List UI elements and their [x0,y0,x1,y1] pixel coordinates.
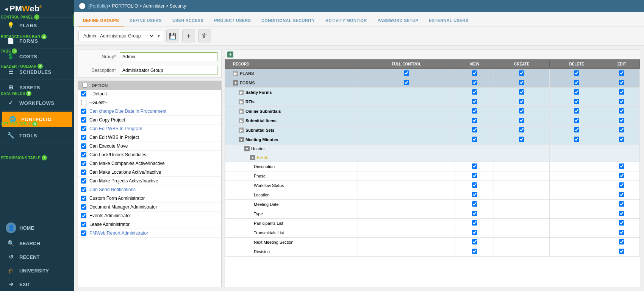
option-checkbox-1[interactable] [81,117,86,123]
expand-fields-icon[interactable]: ▼ [250,155,255,160]
option-checkbox-default[interactable] [81,91,86,96]
meeting-date-view-checkbox[interactable] [472,201,477,207]
submittal-sets-create-checkbox[interactable] [519,127,524,132]
sidebar-item-exit[interactable]: ➜ EXIT [0,277,74,291]
tab-external-users[interactable]: EXTERNAL USERS [424,15,474,26]
expand-forms-icon[interactable]: ▼ [233,80,238,86]
option-checkbox-guest[interactable] [81,100,86,105]
option-checkbox-6[interactable] [81,161,86,166]
expand-rfis-icon[interactable]: ▶ [239,99,244,104]
meeting-date-edit-checkbox[interactable] [619,201,624,207]
safety-edit-checkbox[interactable] [619,89,624,95]
sidebar-item-plans[interactable]: 💡 PLANS [0,18,74,33]
expand-submittal-sets-icon[interactable]: ▶ [239,128,244,133]
revision-view-checkbox[interactable] [472,249,477,254]
participants-list-view-checkbox[interactable] [472,220,477,226]
forms-delete-checkbox[interactable] [574,80,579,85]
option-checkbox-3[interactable] [81,135,86,140]
option-checkbox-7[interactable] [81,170,86,175]
forms-edit-checkbox[interactable] [619,80,624,85]
expand-plans-icon[interactable]: ▶ [233,71,238,76]
option-checkbox-5[interactable] [81,152,86,157]
expand-online-submittals-icon[interactable]: ▶ [239,109,244,114]
meeting-minutes-view-checkbox[interactable] [472,137,477,142]
sidebar-item-home[interactable]: 👤 HOME [0,219,74,237]
info-icon[interactable]: i [79,3,85,9]
plans-create-checkbox[interactable] [519,70,524,76]
submittal-items-edit-checkbox[interactable] [619,118,624,123]
sidebar-item-university[interactable]: 🎓 UNIVERSITY [0,264,74,277]
portfolio-breadcrumb-link[interactable]: (Portfolio) [88,3,108,9]
plans-view-checkbox[interactable] [472,70,477,76]
forms-create-checkbox[interactable] [519,80,524,85]
submittal-sets-edit-checkbox[interactable] [619,127,624,132]
tab-password-setup[interactable]: PASSWORD SETUP [372,15,424,26]
sidebar-item-workflows[interactable]: ✓ WORKFLOWS [0,95,74,111]
safety-delete-checkbox[interactable] [574,89,579,95]
next-meeting-view-checkbox[interactable] [472,239,477,244]
submittal-items-delete-checkbox[interactable] [574,118,579,123]
meeting-minutes-delete-checkbox[interactable] [574,137,579,142]
meeting-minutes-create-checkbox[interactable] [519,137,524,142]
plans-delete-checkbox[interactable] [574,70,579,76]
group-input[interactable] [120,52,217,61]
online-submittals-edit-checkbox[interactable] [619,108,624,114]
online-submittals-create-checkbox[interactable] [519,108,524,114]
option-checkbox-9[interactable] [81,187,86,192]
option-checkbox-13[interactable] [81,222,86,227]
option-checkbox-8[interactable] [81,178,86,184]
save-button[interactable]: 💾 [166,30,179,42]
sidebar-item-forms[interactable]: 📄 FORMS [0,33,74,49]
description-input[interactable] [120,66,217,75]
expand-submittal-items-icon[interactable]: ▶ [239,118,244,123]
transmittals-list-edit-checkbox[interactable] [619,230,624,235]
tab-project-users[interactable]: PROJECT USERS [209,15,256,26]
desc-view-checkbox[interactable] [472,163,477,169]
tab-conditional-security[interactable]: CONDITIONAL SECURITY [256,15,320,26]
rfis-create-checkbox[interactable] [519,99,524,104]
tab-activity-monitor[interactable]: ACTIVITY MONITOR [320,15,372,26]
delete-button[interactable]: 🗑 [198,30,211,42]
revision-edit-checkbox[interactable] [619,249,624,254]
sidebar-item-portfolio[interactable]: 🌐 PORTFOLIO [2,112,72,127]
select-all-options-checkbox[interactable] [81,83,89,88]
sidebar-item-recent[interactable]: ↺ RECENT [0,250,74,264]
add-button[interactable]: + [182,30,195,42]
tab-define-groups[interactable]: DEFINE GROUPS [78,15,124,26]
rfis-edit-checkbox[interactable] [619,99,624,104]
workflow-status-view-checkbox[interactable] [472,182,477,188]
submittal-items-view-checkbox[interactable] [472,118,477,123]
option-checkbox-2[interactable] [81,126,86,131]
location-view-checkbox[interactable] [472,192,477,197]
option-checkbox-0[interactable] [81,109,86,114]
expand-all-button[interactable]: + [227,51,233,58]
group-select[interactable]: Admin - Administrator Group Viewer - Vie… [79,31,155,41]
safety-view-checkbox[interactable] [472,89,477,95]
type-edit-checkbox[interactable] [619,211,624,216]
online-submittals-delete-checkbox[interactable] [574,108,579,114]
sidebar-item-costs[interactable]: 💲 COSTS [0,49,74,64]
sidebar-item-assets[interactable]: ⊞ ASSETS [0,80,74,95]
plans-full-control-checkbox[interactable] [404,70,409,76]
location-edit-checkbox[interactable] [619,192,624,197]
tab-user-access[interactable]: USER ACCESS [167,15,209,26]
sidebar-item-schedules[interactable]: ☰ SCHEDULES [0,64,74,80]
rfis-view-checkbox[interactable] [472,99,477,104]
option-checkbox-14[interactable] [81,230,86,236]
submittal-items-create-checkbox[interactable] [519,118,524,123]
option-checkbox-11[interactable] [81,204,86,210]
option-checkbox-12[interactable] [81,213,86,218]
expand-meeting-minutes-icon[interactable]: ▼ [239,137,244,142]
collapse-sidebar-button[interactable]: ◂ [5,5,8,12]
meeting-minutes-edit-checkbox[interactable] [619,137,624,142]
option-checkbox-10[interactable] [81,196,86,201]
sidebar-item-search[interactable]: 🔍 SEARCH [0,237,74,250]
online-submittals-view-checkbox[interactable] [472,108,477,114]
type-view-checkbox[interactable] [472,211,477,216]
tab-define-users[interactable]: DEFINE USERS [124,15,167,26]
desc-edit-checkbox[interactable] [619,163,624,169]
forms-full-control-checkbox[interactable] [404,80,409,85]
participants-list-edit-checkbox[interactable] [619,220,624,226]
safety-create-checkbox[interactable] [519,89,524,95]
sidebar-item-tools[interactable]: 🔧 TOOLS [0,128,74,143]
